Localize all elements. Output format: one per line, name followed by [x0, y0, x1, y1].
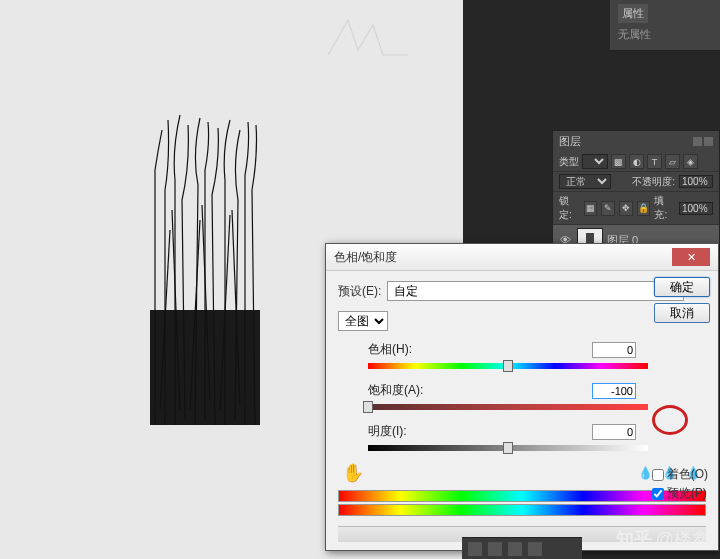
lock-pixels-icon[interactable]: ✎	[601, 201, 615, 216]
blend-mode-select[interactable]: 正常	[559, 174, 611, 189]
lock-position-icon[interactable]: ✥	[619, 201, 633, 216]
link-layers-icon[interactable]	[468, 542, 482, 556]
lock-label: 锁定:	[559, 194, 580, 222]
filter-text-icon[interactable]: T	[647, 154, 662, 169]
layers-tab[interactable]: 图层	[559, 134, 581, 149]
properties-body: 无属性	[618, 23, 712, 46]
layers-panel: 图层 类型 ▩ ◐ T ▱ ◈ 正常 不透明度: 锁定: ▦ ✎ ✥ 🔒 填充:…	[552, 130, 720, 256]
filter-shape-icon[interactable]: ▱	[665, 154, 680, 169]
ok-button[interactable]: 确定	[654, 277, 710, 297]
watermark: 知乎 @楼鑫	[616, 527, 710, 551]
watermark-author: @楼鑫	[656, 527, 710, 551]
properties-tab[interactable]: 属性	[618, 4, 648, 23]
sketch-drawing	[140, 110, 270, 430]
layers-panel-footer	[462, 537, 582, 559]
cancel-button[interactable]: 取消	[654, 303, 710, 323]
lightness-slider[interactable]	[368, 442, 648, 454]
filter-image-icon[interactable]: ▩	[611, 154, 626, 169]
dialog-titlebar[interactable]: 色相/饱和度 ✕	[326, 244, 718, 271]
opacity-input[interactable]	[679, 175, 713, 188]
hue-slider[interactable]	[368, 360, 648, 372]
saturation-slider-group: 饱和度(A):	[338, 382, 706, 413]
dialog-title: 色相/饱和度	[334, 249, 397, 266]
hue-label: 色相(H):	[368, 341, 412, 358]
type-label: 类型	[559, 155, 579, 169]
close-icon[interactable]	[704, 137, 713, 146]
filter-smart-icon[interactable]: ◈	[683, 154, 698, 169]
type-select[interactable]	[582, 154, 608, 169]
colorize-checkbox-label[interactable]: 着色(O)	[652, 466, 708, 483]
lightness-slider-group: 明度(I):	[338, 423, 706, 454]
fill-label: 填充:	[654, 194, 675, 222]
properties-panel: 属性 无属性	[610, 0, 720, 51]
faint-sketch	[318, 10, 408, 64]
lock-all-icon[interactable]: 🔒	[637, 201, 651, 216]
layer-style-icon[interactable]	[488, 542, 502, 556]
hue-slider-thumb[interactable]	[503, 360, 513, 372]
panel-controls	[693, 137, 713, 146]
saturation-input[interactable]	[592, 383, 636, 399]
saturation-label: 饱和度(A):	[368, 382, 423, 399]
hue-input[interactable]	[592, 342, 636, 358]
hue-slider-group: 色相(H):	[338, 341, 706, 372]
saturation-slider[interactable]	[368, 401, 648, 413]
preview-checkbox-label[interactable]: 预览(P)	[652, 485, 708, 502]
color-spectrum-bottom	[338, 504, 706, 516]
new-group-icon[interactable]	[528, 542, 542, 556]
preview-checkbox[interactable]	[652, 488, 664, 500]
layer-mask-icon[interactable]	[508, 542, 522, 556]
hand-tool-icon[interactable]: ✋	[342, 462, 364, 484]
fill-input[interactable]	[679, 202, 713, 215]
opacity-label: 不透明度:	[632, 175, 675, 189]
lock-transparent-icon[interactable]: ▦	[584, 201, 598, 216]
hue-saturation-dialog: 色相/饱和度 ✕ 预设(E): 自定 ☰ 确定 取消 全图 色相(H):	[325, 243, 719, 551]
colorize-checkbox[interactable]	[652, 469, 664, 481]
lightness-label: 明度(I):	[368, 423, 407, 440]
filter-adjust-icon[interactable]: ◐	[629, 154, 644, 169]
range-select[interactable]: 全图	[338, 311, 388, 331]
lightness-input[interactable]	[592, 424, 636, 440]
saturation-slider-thumb[interactable]	[363, 401, 373, 413]
lightness-slider-thumb[interactable]	[503, 442, 513, 454]
close-button[interactable]: ✕	[672, 248, 710, 266]
preset-select[interactable]: 自定	[387, 281, 684, 301]
collapse-icon[interactable]	[693, 137, 702, 146]
preset-label: 预设(E):	[338, 283, 381, 300]
watermark-site: 知乎	[616, 527, 652, 551]
